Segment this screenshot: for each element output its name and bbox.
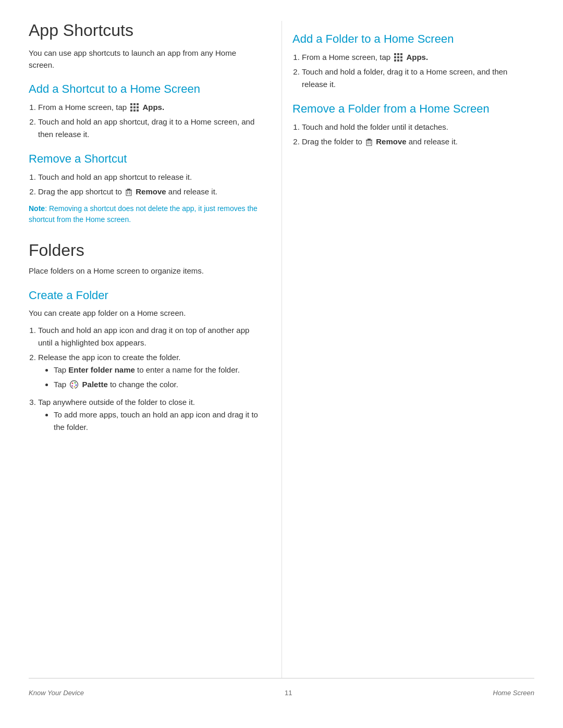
remove-shortcut-step-2: Drag the app shortcut to Remove and rele… <box>38 186 261 198</box>
add-shortcut-step-1: From a Home screen, tap <box>38 101 261 114</box>
remove-folder-bold-label: Remove <box>376 137 406 146</box>
left-column: App Shortcuts You can use app shortcuts … <box>29 21 282 678</box>
svg-rect-0 <box>130 103 132 105</box>
svg-rect-4 <box>133 106 136 108</box>
svg-rect-24 <box>394 56 396 58</box>
apps-icon <box>130 103 139 112</box>
create-folder-step-2: Release the app icon to create the folde… <box>38 351 261 391</box>
apps-label: Apps. <box>142 103 164 112</box>
svg-point-14 <box>70 381 78 389</box>
palette-icon <box>69 380 79 389</box>
note-label: Note <box>29 204 45 213</box>
page: App Shortcuts You can use app shortcuts … <box>0 0 563 728</box>
remove-shortcut-note: Note: Removing a shortcut does not delet… <box>29 203 261 225</box>
add-folder-step-2: Touch and hold a folder, drag it to a Ho… <box>302 66 534 91</box>
add-folder-steps: From a Home screen, tap <box>302 51 534 91</box>
footer-right-label: Home Screen <box>493 689 534 697</box>
remove-shortcut-title: Remove a Shortcut <box>29 152 261 166</box>
svg-rect-13 <box>129 191 130 194</box>
svg-rect-31 <box>368 139 371 140</box>
svg-rect-23 <box>400 53 402 55</box>
svg-rect-34 <box>370 141 370 144</box>
svg-rect-29 <box>400 59 402 61</box>
create-folder-step-2-bullets: Tap Enter folder name to enter a name fo… <box>54 364 261 391</box>
svg-rect-27 <box>394 59 396 61</box>
svg-rect-28 <box>397 59 399 61</box>
remove-bold-label: Remove <box>136 187 166 196</box>
svg-rect-11 <box>126 191 131 196</box>
remove-folder-step-2: Drag the folder to Remove and release it… <box>302 135 534 148</box>
svg-rect-3 <box>130 106 132 108</box>
folders-intro: Place folders on a Home screen to organi… <box>29 265 261 277</box>
add-shortcut-step-2: Touch and hold an app shortcut, drag it … <box>38 116 261 141</box>
svg-rect-5 <box>137 106 139 108</box>
svg-point-19 <box>71 385 73 387</box>
remove-shortcut-steps: Touch and hold an app shortcut to releas… <box>38 171 261 198</box>
svg-rect-25 <box>397 56 399 58</box>
apps-icon-right <box>394 53 403 62</box>
folders-title: Folders <box>29 241 261 260</box>
svg-point-15 <box>72 382 74 384</box>
svg-point-17 <box>76 385 77 386</box>
create-folder-step-3: Tap anywhere outside of the folder to cl… <box>38 396 261 434</box>
svg-point-20 <box>73 388 75 389</box>
create-folder-intro: You can create app folder on a Home scre… <box>29 307 261 319</box>
bullet-palette: Tap <box>54 378 261 391</box>
trash-icon-right <box>365 138 373 146</box>
page-title: App Shortcuts <box>29 21 261 40</box>
footer: Know Your Device 11 Home Screen <box>29 678 534 697</box>
svg-rect-12 <box>128 191 128 194</box>
apps-label-right: Apps. <box>406 53 428 61</box>
add-folder-title: Add a Folder to a Home Screen <box>292 32 534 46</box>
remove-folder-title: Remove a Folder from a Home Screen <box>292 102 534 116</box>
footer-left-label: Know Your Device <box>29 689 84 697</box>
svg-rect-2 <box>137 103 139 105</box>
remove-folder-step-1: Touch and hold the folder until it detac… <box>302 121 534 133</box>
palette-bold-label: Palette <box>82 380 108 389</box>
create-folder-step-3-bullets: To add more apps, touch an hold an app i… <box>54 409 261 434</box>
bullet-add-more-apps: To add more apps, touch an hold an app i… <box>54 409 261 434</box>
svg-rect-21 <box>394 53 396 55</box>
remove-folder-steps: Touch and hold the folder until it detac… <box>302 121 534 148</box>
svg-rect-33 <box>368 141 369 144</box>
svg-rect-6 <box>130 109 132 112</box>
bullet-enter-folder-name: Tap Enter folder name to enter a name fo… <box>54 364 261 376</box>
create-folder-step-1: Touch and hold an app icon and drag it o… <box>38 324 261 349</box>
add-shortcut-steps: From a Home screen, tap <box>38 101 261 141</box>
svg-rect-1 <box>133 103 136 105</box>
add-folder-step-1: From a Home screen, tap <box>302 51 534 64</box>
enter-folder-name-bold: Enter folder name <box>68 365 135 374</box>
right-column: Add a Folder to a Home Screen From a Hom… <box>282 21 534 678</box>
svg-rect-22 <box>397 53 399 55</box>
svg-rect-8 <box>137 109 139 112</box>
app-shortcuts-intro: You can use app shortcuts to launch an a… <box>29 47 261 71</box>
svg-point-18 <box>74 386 76 388</box>
remove-shortcut-step-1: Touch and hold an app shortcut to releas… <box>38 171 261 183</box>
svg-rect-26 <box>400 56 402 58</box>
create-folder-steps: Touch and hold an app icon and drag it o… <box>38 324 261 434</box>
two-column-layout: App Shortcuts You can use app shortcuts … <box>29 21 534 678</box>
svg-rect-7 <box>133 109 136 112</box>
trash-icon <box>125 188 132 196</box>
create-folder-title: Create a Folder <box>29 289 261 302</box>
svg-rect-32 <box>366 141 372 146</box>
svg-point-16 <box>75 382 76 384</box>
svg-rect-10 <box>127 189 130 190</box>
footer-page-number: 11 <box>285 689 292 697</box>
add-shortcut-title: Add a Shortcut to a Home Screen <box>29 82 261 96</box>
